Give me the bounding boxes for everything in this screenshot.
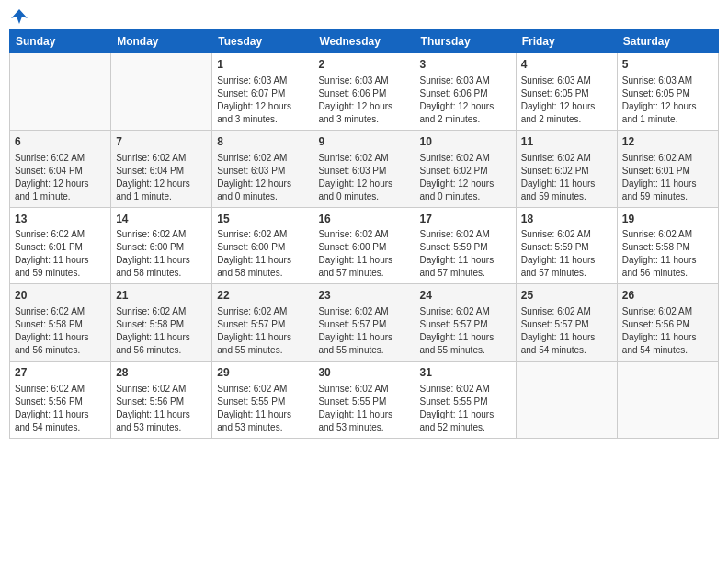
calendar-cell: 21Sunrise: 6:02 AMSunset: 5:58 PMDayligh… bbox=[111, 284, 212, 362]
day-info: Sunrise: 6:03 AMSunset: 6:06 PMDaylight:… bbox=[318, 75, 409, 126]
day-number: 17 bbox=[420, 212, 511, 227]
calendar-cell bbox=[617, 362, 718, 439]
calendar-cell: 9Sunrise: 6:02 AMSunset: 6:03 PMDaylight… bbox=[313, 130, 415, 207]
calendar-cell: 13Sunrise: 6:02 AMSunset: 6:01 PMDayligh… bbox=[10, 207, 111, 284]
day-info: Sunrise: 6:02 AMSunset: 5:57 PMDaylight:… bbox=[420, 305, 511, 357]
calendar-week-row: 6Sunrise: 6:02 AMSunset: 6:04 PMDaylight… bbox=[10, 130, 719, 207]
calendar-cell: 18Sunrise: 6:02 AMSunset: 5:59 PMDayligh… bbox=[516, 207, 617, 284]
calendar-cell: 7Sunrise: 6:02 AMSunset: 6:04 PMDaylight… bbox=[111, 130, 212, 207]
day-number: 16 bbox=[318, 212, 409, 227]
calendar-header-wednesday: Wednesday bbox=[313, 30, 415, 53]
day-number: 4 bbox=[521, 57, 612, 73]
day-number: 12 bbox=[622, 134, 713, 150]
day-info: Sunrise: 6:02 AMSunset: 5:57 PMDaylight:… bbox=[318, 305, 409, 357]
calendar-cell: 29Sunrise: 6:02 AMSunset: 5:55 PMDayligh… bbox=[212, 362, 313, 439]
calendar-header-monday: Monday bbox=[111, 30, 212, 53]
day-info: Sunrise: 6:02 AMSunset: 6:01 PMDaylight:… bbox=[15, 228, 106, 280]
day-info: Sunrise: 6:02 AMSunset: 5:55 PMDaylight:… bbox=[318, 383, 409, 434]
day-number: 26 bbox=[622, 288, 713, 304]
day-info: Sunrise: 6:02 AMSunset: 5:57 PMDaylight:… bbox=[217, 305, 308, 357]
day-info: Sunrise: 6:03 AMSunset: 6:05 PMDaylight:… bbox=[521, 75, 612, 126]
day-info: Sunrise: 6:02 AMSunset: 5:58 PMDaylight:… bbox=[116, 305, 207, 357]
calendar-header-thursday: Thursday bbox=[415, 30, 516, 53]
calendar-cell: 1Sunrise: 6:03 AMSunset: 6:07 PMDaylight… bbox=[212, 53, 313, 131]
calendar-cell bbox=[111, 53, 212, 131]
day-number: 20 bbox=[15, 288, 106, 304]
day-info: Sunrise: 6:03 AMSunset: 6:07 PMDaylight:… bbox=[217, 75, 308, 126]
calendar-cell bbox=[10, 53, 111, 131]
calendar-cell: 20Sunrise: 6:02 AMSunset: 5:58 PMDayligh… bbox=[10, 284, 111, 362]
day-info: Sunrise: 6:02 AMSunset: 6:04 PMDaylight:… bbox=[116, 152, 207, 203]
calendar-header-sunday: Sunday bbox=[10, 30, 111, 53]
calendar-cell: 3Sunrise: 6:03 AMSunset: 6:06 PMDaylight… bbox=[415, 53, 516, 131]
day-info: Sunrise: 6:02 AMSunset: 5:56 PMDaylight:… bbox=[622, 305, 713, 357]
day-info: Sunrise: 6:02 AMSunset: 6:03 PMDaylight:… bbox=[217, 152, 308, 203]
calendar-cell: 19Sunrise: 6:02 AMSunset: 5:58 PMDayligh… bbox=[617, 207, 718, 284]
day-info: Sunrise: 6:02 AMSunset: 6:03 PMDaylight:… bbox=[318, 152, 409, 203]
day-number: 27 bbox=[15, 365, 106, 381]
day-info: Sunrise: 6:02 AMSunset: 6:00 PMDaylight:… bbox=[116, 228, 207, 280]
calendar-cell: 15Sunrise: 6:02 AMSunset: 6:00 PMDayligh… bbox=[212, 207, 313, 284]
day-number: 13 bbox=[15, 212, 106, 227]
calendar-cell: 16Sunrise: 6:02 AMSunset: 6:00 PMDayligh… bbox=[313, 207, 415, 284]
day-info: Sunrise: 6:02 AMSunset: 5:56 PMDaylight:… bbox=[15, 383, 106, 434]
day-number: 22 bbox=[217, 288, 308, 304]
calendar-cell: 8Sunrise: 6:02 AMSunset: 6:03 PMDaylight… bbox=[212, 130, 313, 207]
calendar-cell: 23Sunrise: 6:02 AMSunset: 5:57 PMDayligh… bbox=[313, 284, 415, 362]
calendar-cell: 5Sunrise: 6:03 AMSunset: 6:05 PMDaylight… bbox=[617, 53, 718, 131]
day-number: 21 bbox=[116, 288, 207, 304]
day-number: 29 bbox=[217, 365, 308, 381]
day-info: Sunrise: 6:02 AMSunset: 5:59 PMDaylight:… bbox=[521, 228, 612, 280]
calendar-cell: 24Sunrise: 6:02 AMSunset: 5:57 PMDayligh… bbox=[415, 284, 516, 362]
calendar-header-saturday: Saturday bbox=[617, 30, 718, 53]
calendar-header-tuesday: Tuesday bbox=[212, 30, 313, 53]
day-number: 1 bbox=[217, 57, 308, 73]
calendar-cell: 28Sunrise: 6:02 AMSunset: 5:56 PMDayligh… bbox=[111, 362, 212, 439]
calendar-cell: 14Sunrise: 6:02 AMSunset: 6:00 PMDayligh… bbox=[111, 207, 212, 284]
day-info: Sunrise: 6:03 AMSunset: 6:06 PMDaylight:… bbox=[420, 75, 511, 126]
day-info: Sunrise: 6:02 AMSunset: 6:02 PMDaylight:… bbox=[420, 152, 511, 203]
calendar-cell: 12Sunrise: 6:02 AMSunset: 6:01 PMDayligh… bbox=[617, 130, 718, 207]
logo bbox=[9, 9, 28, 24]
calendar-cell: 27Sunrise: 6:02 AMSunset: 5:56 PMDayligh… bbox=[10, 362, 111, 439]
day-info: Sunrise: 6:02 AMSunset: 6:00 PMDaylight:… bbox=[217, 228, 308, 280]
calendar-cell: 10Sunrise: 6:02 AMSunset: 6:02 PMDayligh… bbox=[415, 130, 516, 207]
calendar-cell: 4Sunrise: 6:03 AMSunset: 6:05 PMDaylight… bbox=[516, 53, 617, 131]
day-info: Sunrise: 6:02 AMSunset: 5:55 PMDaylight:… bbox=[420, 383, 511, 434]
calendar-cell: 17Sunrise: 6:02 AMSunset: 5:59 PMDayligh… bbox=[415, 207, 516, 284]
day-number: 11 bbox=[521, 134, 612, 150]
day-info: Sunrise: 6:02 AMSunset: 5:58 PMDaylight:… bbox=[622, 228, 713, 280]
day-number: 19 bbox=[622, 212, 713, 227]
day-number: 6 bbox=[15, 134, 106, 150]
day-number: 31 bbox=[420, 365, 511, 381]
day-number: 30 bbox=[318, 365, 409, 381]
day-info: Sunrise: 6:02 AMSunset: 6:00 PMDaylight:… bbox=[318, 228, 409, 280]
calendar-week-row: 27Sunrise: 6:02 AMSunset: 5:56 PMDayligh… bbox=[10, 362, 719, 439]
calendar-cell: 6Sunrise: 6:02 AMSunset: 6:04 PMDaylight… bbox=[10, 130, 111, 207]
day-info: Sunrise: 6:02 AMSunset: 5:59 PMDaylight:… bbox=[420, 228, 511, 280]
day-number: 2 bbox=[318, 57, 409, 73]
day-number: 15 bbox=[217, 212, 308, 227]
day-number: 3 bbox=[420, 57, 511, 73]
day-number: 18 bbox=[521, 212, 612, 227]
day-info: Sunrise: 6:02 AMSunset: 6:01 PMDaylight:… bbox=[622, 152, 713, 203]
day-number: 5 bbox=[622, 57, 713, 73]
calendar-cell: 26Sunrise: 6:02 AMSunset: 5:56 PMDayligh… bbox=[617, 284, 718, 362]
day-number: 8 bbox=[217, 134, 308, 150]
calendar-cell: 11Sunrise: 6:02 AMSunset: 6:02 PMDayligh… bbox=[516, 130, 617, 207]
day-info: Sunrise: 6:02 AMSunset: 5:58 PMDaylight:… bbox=[15, 305, 106, 357]
calendar-cell: 22Sunrise: 6:02 AMSunset: 5:57 PMDayligh… bbox=[212, 284, 313, 362]
day-info: Sunrise: 6:02 AMSunset: 6:02 PMDaylight:… bbox=[521, 152, 612, 203]
day-info: Sunrise: 6:02 AMSunset: 5:57 PMDaylight:… bbox=[521, 305, 612, 357]
day-info: Sunrise: 6:02 AMSunset: 6:04 PMDaylight:… bbox=[15, 152, 106, 203]
day-number: 14 bbox=[116, 212, 207, 227]
calendar-cell bbox=[516, 362, 617, 439]
page-header bbox=[9, 9, 719, 24]
day-info: Sunrise: 6:03 AMSunset: 6:05 PMDaylight:… bbox=[622, 75, 713, 126]
calendar-cell: 2Sunrise: 6:03 AMSunset: 6:06 PMDaylight… bbox=[313, 53, 415, 131]
logo-bird-icon bbox=[11, 9, 28, 24]
calendar-week-row: 13Sunrise: 6:02 AMSunset: 6:01 PMDayligh… bbox=[10, 207, 719, 284]
calendar-table: SundayMondayTuesdayWednesdayThursdayFrid… bbox=[9, 29, 719, 439]
calendar-header-friday: Friday bbox=[516, 30, 617, 53]
calendar-cell: 31Sunrise: 6:02 AMSunset: 5:55 PMDayligh… bbox=[415, 362, 516, 439]
